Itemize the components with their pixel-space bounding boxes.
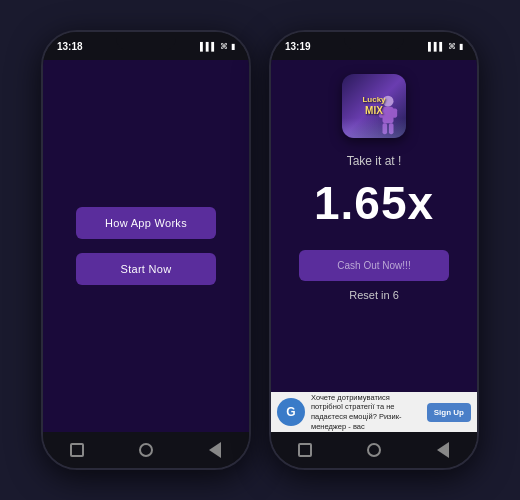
game-logo: Lucky MIX: [342, 74, 406, 138]
notch-2: [344, 32, 404, 50]
nav-back-1[interactable]: [205, 440, 225, 460]
notch-1: [116, 32, 176, 50]
logo-text-lucky: Lucky: [362, 96, 385, 105]
status-icons-2: ▌▌▌ ⌘ ▮: [428, 42, 463, 51]
how-app-works-button[interactable]: How App Works: [76, 207, 216, 239]
status-time-1: 13:18: [57, 41, 83, 52]
phone-1: 13:18 ▌▌▌ ⌘ ▮ How App Works Start Now: [41, 30, 251, 470]
reset-label: Reset in 6: [349, 289, 399, 301]
bottom-nav-2: [271, 432, 477, 468]
battery-icon-1: ▮: [231, 42, 235, 51]
take-it-label: Take it at !: [347, 154, 402, 168]
status-icons-1: ▌▌▌ ⌘ ▮: [200, 42, 235, 51]
wifi-icon-1: ⌘: [220, 42, 228, 51]
nav-square-2[interactable]: [295, 440, 315, 460]
start-now-button[interactable]: Start Now: [76, 253, 216, 285]
nav-square-1[interactable]: [67, 440, 87, 460]
ad-text: Хочете дотримуватися потрібної стратегії…: [311, 393, 421, 432]
signal-icon-1: ▌▌▌: [200, 42, 217, 51]
screen-1: How App Works Start Now: [43, 60, 249, 432]
nav-circle-2[interactable]: [364, 440, 384, 460]
signal-icon-2: ▌▌▌: [428, 42, 445, 51]
battery-icon-2: ▮: [459, 42, 463, 51]
ad-cta-button[interactable]: Sign Up: [427, 403, 471, 422]
phone-2: 13:19 ▌▌▌ ⌘ ▮ Lucky MIX Take it at !: [269, 30, 479, 470]
bottom-nav-1: [43, 432, 249, 468]
screen-2: Lucky MIX Take it at ! 1.65x Cash Out No…: [271, 60, 477, 432]
multiplier-value: 1.65x: [314, 176, 434, 230]
cash-out-button[interactable]: Cash Out Now!!!: [299, 250, 449, 281]
svg-rect-3: [392, 109, 398, 118]
ad-icon: G: [277, 398, 305, 426]
ad-icon-letter: G: [286, 405, 295, 419]
wifi-icon-2: ⌘: [448, 42, 456, 51]
nav-circle-1[interactable]: [136, 440, 156, 460]
logo-text-mix: MIX: [362, 105, 385, 116]
status-time-2: 13:19: [285, 41, 311, 52]
ad-banner: G Хочете дотримуватися потрібної стратег…: [271, 392, 477, 432]
nav-back-2[interactable]: [433, 440, 453, 460]
